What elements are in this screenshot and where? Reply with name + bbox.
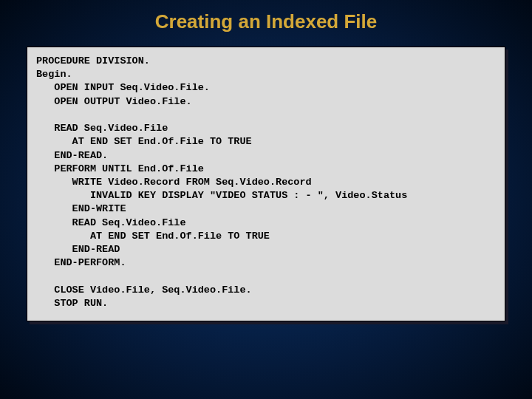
slide-title: Creating an Indexed File: [0, 0, 532, 47]
code-block: PROCEDURE DIVISION. Begin. OPEN INPUT Se…: [36, 55, 496, 310]
code-container: PROCEDURE DIVISION. Begin. OPEN INPUT Se…: [27, 47, 505, 321]
